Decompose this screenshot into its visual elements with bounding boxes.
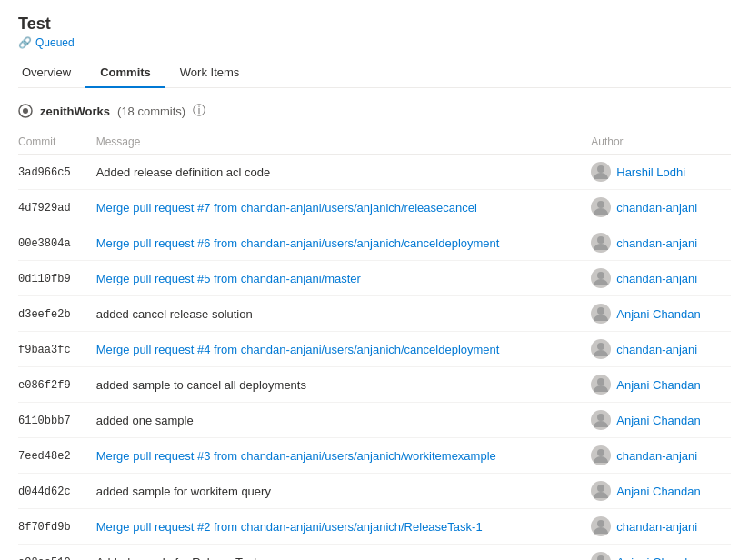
table-row: f9baa3fcMerge pull request #4 from chand…	[18, 332, 731, 367]
svg-point-7	[597, 343, 604, 350]
avatar	[591, 233, 611, 253]
author-cell: chandan-anjani	[591, 268, 724, 288]
tab-commits[interactable]: Commits	[85, 58, 165, 88]
author-name[interactable]: Anjani Chandan	[616, 555, 701, 561]
table-row: 3ad966c5Added release definition acl cod…	[18, 155, 731, 190]
tabs: Overview Commits Work Items	[18, 58, 731, 88]
commit-message: Added release definition acl code	[96, 165, 271, 179]
svg-point-12	[597, 520, 604, 527]
avatar	[591, 410, 611, 430]
commit-hash[interactable]: d3eefe2b	[18, 308, 71, 321]
table-row: 0d110fb9Merge pull request #5 from chand…	[18, 261, 731, 296]
commit-hash[interactable]: d044d62c	[18, 485, 71, 498]
table-row: 6110bbb7added one sampleAnjani Chandan	[18, 403, 731, 438]
table-row: 7eed48e2Merge pull request #3 from chand…	[18, 438, 731, 474]
svg-point-4	[597, 236, 604, 244]
avatar	[591, 162, 611, 182]
commit-hash[interactable]: 00e3804a	[18, 237, 71, 250]
author-cell: chandan-anjani	[591, 516, 724, 536]
commit-message: added one sample	[96, 414, 194, 427]
svg-point-11	[597, 485, 604, 492]
author-name[interactable]: Anjani Chandan	[616, 378, 701, 392]
avatar	[591, 339, 611, 359]
col-commit: Commit	[18, 130, 89, 155]
table-row: 4d7929adMerge pull request #7 from chand…	[18, 190, 731, 225]
author-name[interactable]: Harshil Lodhi	[616, 165, 685, 179]
avatar	[591, 197, 611, 217]
avatar	[591, 552, 611, 560]
commit-hash[interactable]: 4d7929ad	[18, 202, 71, 215]
commit-hash[interactable]: a98ee510	[18, 556, 71, 560]
queued-label: Queued	[35, 36, 75, 49]
commit-hash[interactable]: 8f70fd9b	[18, 521, 71, 534]
author-cell: Harshil Lodhi	[591, 162, 724, 182]
author-name[interactable]: chandan-anjani	[616, 449, 697, 463]
author-cell: Anjani Chandan	[591, 304, 724, 324]
commit-message: added sample for workitem query	[96, 485, 271, 498]
commit-message[interactable]: Merge pull request #4 from chandan-anjan…	[96, 343, 500, 356]
table-row: e086f2f9added sample to cancel all deplo…	[18, 367, 731, 403]
commit-message[interactable]: Merge pull request #5 from chandan-anjan…	[96, 272, 361, 285]
table-row: 8f70fd9bMerge pull request #2 from chand…	[18, 509, 731, 545]
avatar	[591, 445, 611, 465]
author-cell: Anjani Chandan	[591, 410, 724, 430]
commit-message[interactable]: Merge pull request #6 from chandan-anjan…	[96, 236, 500, 250]
svg-point-6	[597, 307, 604, 315]
queued-badge[interactable]: 🔗 Queued	[18, 36, 75, 49]
avatar	[591, 516, 611, 536]
avatar	[591, 481, 611, 501]
author-name[interactable]: chandan-anjani	[616, 272, 697, 285]
avatar	[591, 304, 611, 324]
table-row: d3eefe2badded cancel release solutionAnj…	[18, 296, 731, 332]
svg-point-5	[597, 272, 604, 279]
commit-message[interactable]: Merge pull request #3 from chandan-anjan…	[96, 449, 496, 463]
commit-hash[interactable]: 7eed48e2	[18, 450, 71, 463]
queued-icon: 🔗	[18, 36, 32, 49]
author-cell: chandan-anjani	[591, 233, 724, 253]
svg-point-1	[23, 108, 28, 114]
table-row: d044d62cadded sample for workitem queryA…	[18, 474, 731, 509]
repo-name: zenithWorks	[40, 105, 110, 118]
commit-message[interactable]: Merge pull request #2 from chandan-anjan…	[96, 520, 483, 534]
author-cell: Anjani Chandan	[591, 375, 724, 395]
commit-message: Added sample for ReleaseTask	[96, 555, 260, 561]
commit-hash[interactable]: e086f2f9	[18, 379, 71, 392]
svg-point-10	[597, 449, 604, 456]
svg-point-13	[597, 555, 604, 560]
commit-message[interactable]: Merge pull request #7 from chandan-anjan…	[96, 201, 477, 215]
avatar	[591, 375, 611, 395]
author-name[interactable]: Anjani Chandan	[616, 414, 701, 427]
commit-hash[interactable]: 3ad966c5	[18, 166, 71, 179]
author-name[interactable]: chandan-anjani	[616, 236, 697, 250]
repo-icon	[18, 104, 33, 118]
author-name[interactable]: chandan-anjani	[616, 201, 697, 215]
author-name[interactable]: chandan-anjani	[616, 343, 697, 356]
col-message: Message	[89, 130, 584, 155]
author-cell: chandan-anjani	[591, 339, 724, 359]
commit-count: (18 commits)	[117, 105, 185, 118]
commits-table: Commit Message Author 3ad966c5Added rele…	[18, 130, 731, 560]
page-title: Test	[18, 15, 731, 34]
author-cell: Anjani Chandan	[591, 481, 724, 501]
svg-point-2	[597, 165, 604, 173]
svg-point-8	[597, 378, 604, 385]
author-name[interactable]: Anjani Chandan	[616, 485, 701, 498]
repo-header: zenithWorks (18 commits) ⓘ	[18, 103, 731, 119]
author-name[interactable]: Anjani Chandan	[616, 307, 701, 321]
commit-hash[interactable]: 6110bbb7	[18, 415, 71, 427]
author-name[interactable]: chandan-anjani	[616, 520, 697, 534]
avatar	[591, 268, 611, 288]
commit-message: added sample to cancel all deployments	[96, 378, 306, 392]
author-cell: chandan-anjani	[591, 445, 724, 465]
col-author: Author	[584, 130, 731, 155]
svg-point-3	[597, 201, 604, 208]
tab-workitems[interactable]: Work Items	[165, 58, 255, 88]
commit-hash[interactable]: f9baa3fc	[18, 344, 71, 356]
table-row: a98ee510Added sample for ReleaseTaskAnja…	[18, 545, 731, 561]
commit-hash[interactable]: 0d110fb9	[18, 273, 71, 285]
table-row: 00e3804aMerge pull request #6 from chand…	[18, 225, 731, 261]
info-icon[interactable]: ⓘ	[193, 103, 205, 119]
svg-point-9	[597, 414, 604, 421]
tab-overview[interactable]: Overview	[18, 58, 85, 88]
author-cell: Anjani Chandan	[591, 552, 724, 560]
